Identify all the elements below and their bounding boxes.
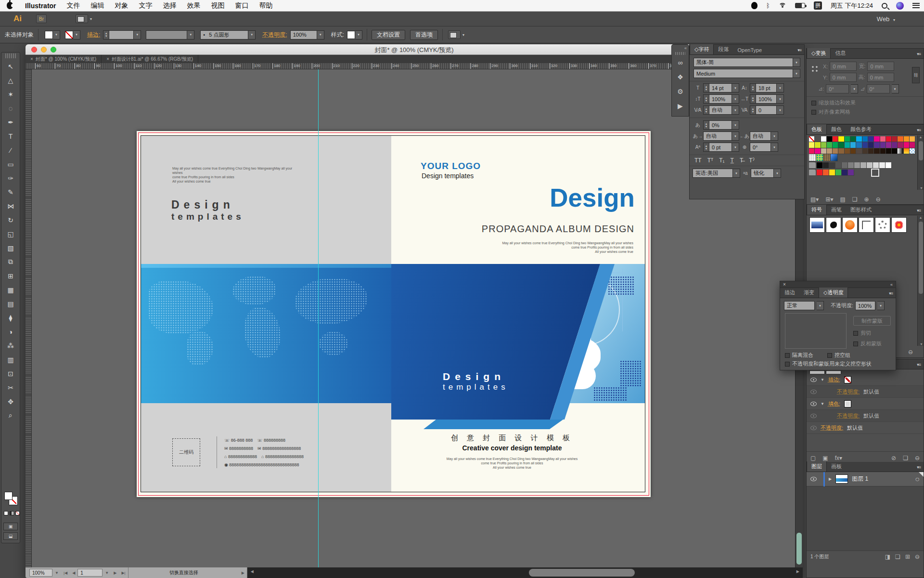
swatch[interactable] bbox=[898, 136, 903, 142]
swatch[interactable] bbox=[886, 148, 892, 154]
fill-color-proxy[interactable] bbox=[4, 492, 13, 500]
constrain-proportions-icon[interactable]: ⛓ bbox=[912, 67, 920, 83]
swatch[interactable] bbox=[874, 148, 880, 154]
clear-appearance-icon[interactable]: ⊘ bbox=[891, 455, 896, 461]
opacity-field[interactable]: 100% bbox=[290, 30, 317, 39]
chain-icon[interactable]: ∞ bbox=[672, 55, 689, 70]
menu-item[interactable]: 文件 bbox=[62, 1, 86, 10]
stroke-weight-field[interactable] bbox=[109, 30, 134, 39]
height-field[interactable]: 0 mm bbox=[867, 73, 894, 82]
fill-attr-swatch[interactable] bbox=[844, 400, 851, 407]
swatch[interactable] bbox=[868, 136, 874, 142]
apple-menu-icon[interactable] bbox=[7, 2, 13, 9]
swatch[interactable] bbox=[910, 148, 915, 154]
swatch[interactable] bbox=[821, 136, 827, 142]
back-wishes-text[interactable]: May all your wishes come true Everything… bbox=[172, 166, 297, 184]
line-segment-tool[interactable]: ∕ bbox=[1, 143, 20, 157]
fill-swatch[interactable] bbox=[45, 31, 53, 39]
cover-cn-title[interactable]: 创 意 封 面 设 计 模 板 bbox=[425, 434, 599, 443]
swatch[interactable] bbox=[898, 148, 903, 154]
gray-group-folder-icon[interactable] bbox=[809, 162, 816, 168]
swatch[interactable] bbox=[838, 148, 844, 154]
spotlight-icon[interactable] bbox=[882, 3, 887, 9]
swatch[interactable] bbox=[904, 142, 910, 148]
horizontal-scale-field[interactable]: 100% bbox=[756, 94, 777, 104]
new-stroke-icon[interactable]: ▢ bbox=[810, 455, 816, 461]
bluetooth-icon[interactable]: ᛒ bbox=[766, 2, 770, 9]
menu-item[interactable]: 效果 bbox=[182, 1, 206, 10]
menu-item[interactable]: 选择 bbox=[158, 1, 182, 10]
tab-color-guide[interactable]: 颜色参考 bbox=[846, 124, 876, 134]
leading-field[interactable]: 18 pt bbox=[756, 83, 777, 92]
tab-color[interactable]: 颜色 bbox=[827, 124, 846, 134]
layer-expand-icon[interactable]: ▶ bbox=[829, 477, 832, 481]
width-field[interactable]: 0 mm bbox=[867, 62, 894, 71]
make-mask-button[interactable]: 制作蒙版 bbox=[853, 316, 891, 326]
tab-opentype[interactable]: OpenType bbox=[733, 46, 766, 54]
qq-icon[interactable] bbox=[751, 2, 757, 9]
fill-stroke-control[interactable] bbox=[4, 492, 19, 507]
direct-selection-tool[interactable]: △ bbox=[1, 73, 20, 87]
brush-definition-field[interactable]: •5 点圆形 bbox=[200, 30, 248, 39]
tab-gradient[interactable]: 渐变 bbox=[799, 288, 819, 298]
doc-tab-cover[interactable]: × 封面* @ 100% (CMYK/预览) bbox=[26, 55, 102, 63]
swatch[interactable] bbox=[862, 142, 868, 148]
reference-point-widget[interactable] bbox=[811, 65, 820, 74]
panel-menu-icon[interactable]: ▾≡ bbox=[914, 208, 924, 215]
swatch[interactable] bbox=[809, 148, 815, 154]
menu-item[interactable]: 编辑 bbox=[86, 1, 110, 10]
tab-close-icon[interactable]: × bbox=[106, 56, 109, 62]
rotate-tool[interactable]: ↻ bbox=[1, 213, 20, 227]
panel-menu-icon[interactable]: ▾≡ bbox=[886, 291, 896, 298]
status-panel-toggle[interactable]: ▶ bbox=[239, 571, 247, 575]
gray-swatch[interactable] bbox=[867, 162, 873, 169]
close-panel-icon[interactable]: × bbox=[783, 282, 786, 287]
font-style-field[interactable]: Medium bbox=[693, 69, 793, 78]
new-swatch-icon[interactable]: ⊕ bbox=[864, 196, 869, 203]
rotate-field[interactable]: 0° bbox=[826, 84, 849, 93]
wifi-icon[interactable] bbox=[779, 3, 786, 8]
brush-definition-dropdown[interactable]: ▾ bbox=[248, 30, 256, 39]
isolate-blending-checkbox[interactable]: 隔离混合 bbox=[785, 352, 813, 359]
eyedropper-tool[interactable]: ⧫ bbox=[1, 311, 20, 325]
pattern-swatch[interactable] bbox=[831, 154, 838, 161]
y-field[interactable]: 0 mm bbox=[830, 73, 857, 82]
type-style-button[interactable]: T̲ bbox=[731, 157, 734, 164]
swatch[interactable] bbox=[880, 136, 886, 142]
center-guide[interactable] bbox=[318, 69, 319, 567]
menu-item[interactable]: 视图 bbox=[206, 1, 230, 10]
swatch[interactable] bbox=[880, 142, 886, 148]
stroke-attr-label[interactable]: 描边: bbox=[828, 376, 840, 383]
group-color-swatch[interactable] bbox=[829, 170, 835, 176]
cover-logo[interactable]: YOUR LOGO bbox=[421, 161, 481, 171]
tab-artboards[interactable]: 画板 bbox=[827, 461, 846, 472]
menu-clock[interactable]: 周五 下午12:24 bbox=[831, 1, 873, 10]
first-artboard-button[interactable]: |◀ bbox=[61, 571, 70, 575]
workspace-switcher[interactable]: Web ▾ bbox=[877, 15, 895, 23]
swatch[interactable] bbox=[898, 142, 903, 148]
swatch[interactable] bbox=[910, 136, 915, 142]
swatch[interactable] bbox=[880, 148, 886, 154]
swatch[interactable] bbox=[856, 136, 862, 142]
layer-visibility-icon[interactable] bbox=[810, 477, 817, 481]
shape-builder-tool[interactable]: ⧉ bbox=[1, 255, 20, 269]
appearance-fill-opacity-row[interactable]: 不透明度: 默认值 bbox=[807, 410, 924, 422]
none-button[interactable] bbox=[15, 511, 20, 515]
swatch[interactable] bbox=[838, 136, 844, 142]
delete-item-icon[interactable]: ⊖ bbox=[915, 455, 920, 461]
visibility-eye-icon[interactable] bbox=[810, 402, 817, 406]
notification-center-icon[interactable] bbox=[912, 3, 920, 8]
symbols-scrollbar[interactable]: ▲▼ bbox=[917, 216, 924, 346]
tsume-field[interactable]: 0% bbox=[709, 120, 732, 130]
column-graph-tool[interactable]: ▥ bbox=[1, 353, 20, 367]
artboard[interactable]: May all your wishes come true Everything… bbox=[137, 131, 651, 497]
swatch[interactable] bbox=[886, 142, 892, 148]
stroke-attr-swatch[interactable] bbox=[844, 376, 851, 383]
swatch[interactable] bbox=[862, 148, 868, 154]
artboard-tool[interactable]: ⊡ bbox=[1, 367, 20, 381]
menu-item[interactable]: 对象 bbox=[110, 1, 134, 10]
width-tool[interactable]: ⋈ bbox=[1, 199, 20, 213]
knockout-group-checkbox[interactable]: 挖空组 bbox=[827, 352, 850, 359]
appearance-stroke-row[interactable]: ▼ 描边: bbox=[807, 374, 924, 386]
band-design-title[interactable]: Design templates bbox=[443, 371, 509, 392]
